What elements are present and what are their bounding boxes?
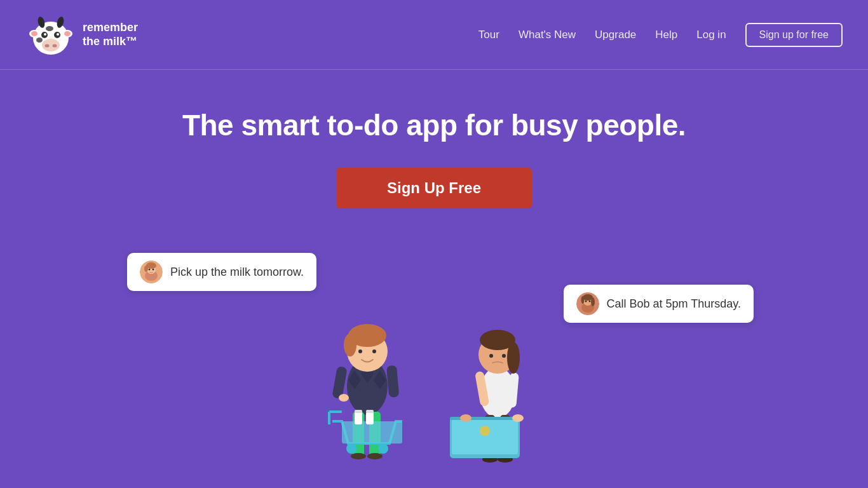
main-content: The smart to-do app for busy people. Sig… [0,70,868,463]
nav-help[interactable]: Help [655,29,677,41]
svg-point-38 [367,453,383,459]
svg-point-73 [502,354,506,358]
svg-point-14 [36,37,43,43]
logo-text: remember the milk™ [83,21,138,48]
logo-line2: the milk™ [83,35,138,49]
nav-login[interactable]: Log in [696,29,726,41]
nav-tour[interactable]: Tour [478,29,499,41]
svg-point-68 [460,414,471,422]
svg-point-19 [149,269,151,271]
svg-point-37 [351,453,366,459]
svg-point-20 [153,269,154,271]
bubbles-area: Pick up the milk tomorrow. [0,247,868,463]
logo-area[interactable]: remember the milk™ [25,10,138,60]
svg-rect-55 [366,410,374,413]
illustration [243,259,625,463]
svg-point-71 [507,342,520,374]
nav-signup-button[interactable]: Sign up for free [745,23,843,47]
svg-point-43 [344,334,356,356]
svg-rect-47 [342,421,402,444]
svg-rect-64 [452,419,518,454]
svg-point-3 [31,31,37,36]
hero-title: The smart to-do app for busy people. [182,108,686,142]
svg-point-65 [480,426,490,436]
svg-point-67 [512,414,524,422]
nav-upgrade[interactable]: Upgrade [595,29,636,41]
svg-point-44 [358,349,362,353]
svg-point-46 [339,394,349,402]
svg-point-12 [45,44,50,47]
svg-rect-54 [366,412,374,424]
svg-point-50 [346,444,356,454]
svg-point-10 [57,33,59,36]
svg-rect-40 [386,365,399,398]
logo-icon [25,10,76,60]
avatar-left [140,261,163,283]
svg-point-4 [64,31,71,36]
svg-rect-52 [355,412,362,424]
svg-point-13 [53,44,57,47]
logo-line1: remember [83,21,138,35]
svg-point-15 [46,26,53,31]
signup-free-button[interactable]: Sign Up Free [336,168,532,208]
header: remember the milk™ Tour What's New Upgra… [0,0,868,70]
nav-whats-new[interactable]: What's New [519,29,576,41]
svg-point-11 [42,39,60,51]
task-text-right: Call Bob at 5pm Thursday. [607,297,741,311]
svg-point-9 [44,33,46,36]
svg-point-72 [489,354,493,358]
svg-point-22 [144,266,148,272]
svg-rect-53 [355,410,362,413]
svg-point-51 [378,444,388,454]
svg-point-45 [372,349,376,353]
main-nav: Tour What's New Upgrade Help Log in Sign… [478,23,843,47]
